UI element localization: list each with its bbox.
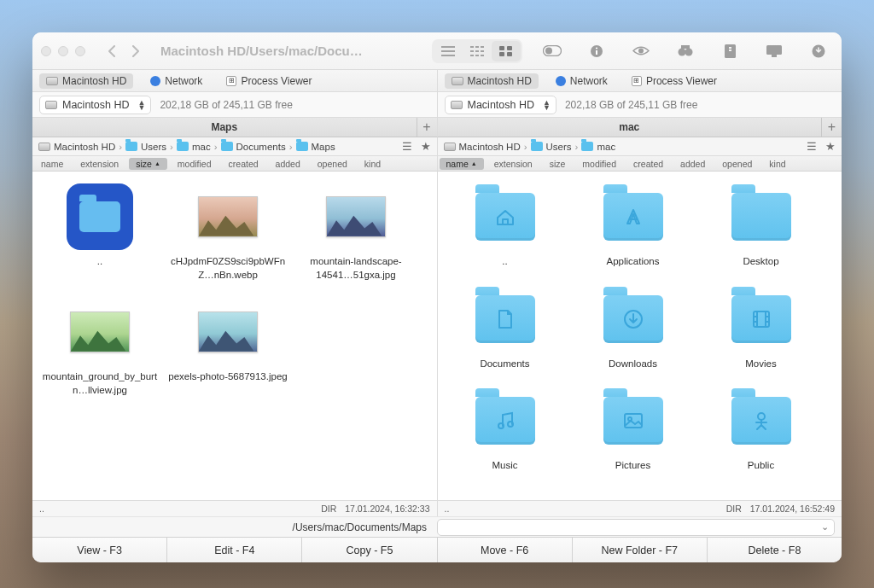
image-thumbnail	[195, 299, 261, 365]
sort-header-created[interactable]: created	[220, 159, 267, 169]
file-item[interactable]: Desktop	[697, 183, 825, 269]
location-network[interactable]: Network	[549, 73, 615, 89]
volume-picker[interactable]: Macintosh HD ▲▼	[39, 96, 151, 114]
breadcrumb-row: Macintosh HD›Users›mac›Documents›Maps ☰ …	[32, 137, 842, 156]
file-item[interactable]: Applications	[569, 183, 697, 269]
image-thumbnail	[323, 183, 389, 250]
pane-tab[interactable]: Maps	[32, 118, 417, 137]
file-item[interactable]: Downloads	[569, 286, 697, 371]
file-item[interactable]: ..	[441, 183, 569, 269]
view-columns-icon[interactable]	[463, 41, 492, 61]
breadcrumb-segment[interactable]: mac	[174, 142, 213, 152]
breadcrumb-segment[interactable]: Documents	[218, 142, 288, 152]
sort-header-size[interactable]: size	[129, 158, 167, 170]
sort-header-added[interactable]: added	[672, 159, 714, 169]
minimize-window-button[interactable]	[58, 46, 68, 56]
toolbar-button[interactable]: Copy - F5	[302, 538, 437, 562]
file-item[interactable]: Public	[697, 387, 825, 473]
file-item[interactable]: Pictures	[569, 387, 697, 473]
location-process-viewer[interactable]: ⊞Process Viewer	[625, 73, 724, 89]
sort-header-extension[interactable]: extension	[72, 159, 127, 169]
disk-icon	[451, 101, 463, 109]
volume-name: Macintosh HD	[468, 99, 535, 111]
favorite-icon[interactable]: ★	[418, 140, 434, 154]
pane-tab[interactable]: mac	[438, 118, 822, 137]
toolbar-button[interactable]: Move - F6	[438, 538, 573, 562]
add-tab-button[interactable]: +	[417, 118, 437, 137]
folder-icon	[221, 142, 233, 151]
sort-header-modified[interactable]: modified	[574, 159, 625, 169]
file-label: Documents	[480, 358, 529, 371]
sort-header-kind[interactable]: kind	[760, 159, 794, 169]
svg-rect-21	[754, 311, 769, 327]
right-status: .. DIR17.01.2024, 16:52:49	[437, 501, 842, 516]
list-toggle-icon[interactable]: ☰	[399, 140, 415, 154]
file-item[interactable]: Documents	[441, 286, 569, 371]
favorite-icon[interactable]: ★	[823, 140, 838, 154]
view-icons-icon[interactable]	[492, 41, 521, 61]
window-title: Macintosh HD/Users/mac/Docu…	[160, 44, 363, 58]
breadcrumb-segment[interactable]: Macintosh HD	[441, 142, 523, 152]
file-item[interactable]: Movies	[697, 286, 825, 371]
location-tabs-row: Macintosh HD Network ⊞Process Viewer Mac…	[32, 70, 842, 92]
sort-header-extension[interactable]: extension	[486, 159, 541, 169]
desktop-icon[interactable]	[760, 41, 789, 61]
quicklook-icon[interactable]	[626, 41, 656, 61]
parent-folder-icon	[67, 183, 133, 250]
file-item[interactable]: mountain_ground_by_burtn…llview.jpg	[36, 299, 164, 397]
file-item[interactable]: mountain-landscape-14541…51gxa.jpg	[292, 183, 420, 282]
svg-point-29	[508, 422, 513, 427]
file-item[interactable]: cHJpdmF0ZS9sci9pbWFnZ…nBn.webp	[164, 183, 292, 282]
sort-header-kind[interactable]: kind	[356, 159, 389, 169]
breadcrumb-label: mac	[597, 142, 615, 152]
stepper-icon: ▲▼	[138, 100, 146, 110]
breadcrumb-segment[interactable]: Maps	[294, 142, 338, 152]
archive-icon[interactable]	[715, 41, 744, 61]
toolbar-button[interactable]: View - F3	[32, 538, 167, 562]
location-hd[interactable]: Macintosh HD	[39, 73, 133, 89]
location-hd[interactable]: Macintosh HD	[445, 73, 539, 89]
list-toggle-icon[interactable]: ☰	[804, 140, 819, 154]
toolbar-button[interactable]: Edit - F4	[167, 538, 302, 562]
svg-point-10	[679, 49, 686, 56]
app-window: Macintosh HD/Users/mac/Docu… Macintosh H…	[32, 32, 842, 562]
sort-header-name[interactable]: name	[440, 158, 484, 170]
toggle-icon[interactable]	[538, 41, 567, 61]
close-window-button[interactable]	[41, 46, 51, 56]
binoculars-icon[interactable]	[671, 41, 700, 61]
download-icon[interactable]	[804, 41, 833, 61]
file-item[interactable]: Music	[441, 387, 569, 473]
view-list-icon[interactable]	[434, 41, 463, 61]
left-pane[interactable]: ..cHJpdmF0ZS9sci9pbWFnZ…nBn.webpmountain…	[32, 172, 437, 500]
sort-header-opened[interactable]: opened	[309, 159, 356, 169]
file-item[interactable]: ..	[36, 183, 164, 282]
breadcrumb-segment[interactable]: mac	[579, 142, 618, 152]
svg-rect-1	[507, 46, 512, 50]
nav-back-button[interactable]	[101, 40, 123, 62]
volume-picker[interactable]: Macintosh HD ▲▼	[445, 96, 556, 114]
sort-header-created[interactable]: created	[625, 159, 672, 169]
panes-row: ..cHJpdmF0ZS9sci9pbWFnZ…nBn.webpmountain…	[32, 172, 842, 500]
sort-header-modified[interactable]: modified	[169, 159, 220, 169]
toolbar-button[interactable]: Delete - F8	[708, 538, 842, 562]
file-label: Desktop	[743, 255, 778, 269]
path-dropdown[interactable]: ⌄	[437, 519, 835, 536]
sort-header-opened[interactable]: opened	[714, 159, 760, 169]
breadcrumb-segment[interactable]: Users	[528, 142, 574, 152]
sort-header-size[interactable]: size	[541, 159, 574, 169]
volume-name: Macintosh HD	[62, 99, 130, 111]
nav-forward-button[interactable]	[125, 40, 147, 62]
zoom-window-button[interactable]	[75, 46, 85, 56]
add-tab-button[interactable]: +	[821, 118, 842, 137]
right-pane[interactable]: ..ApplicationsDesktopDocumentsDownloadsM…	[437, 172, 842, 500]
location-process-viewer[interactable]: ⊞Process Viewer	[219, 73, 318, 89]
breadcrumb-segment[interactable]: Macintosh HD	[36, 142, 118, 152]
sort-header-added[interactable]: added	[267, 159, 309, 169]
breadcrumb-segment[interactable]: Users	[123, 142, 169, 152]
info-icon[interactable]	[582, 41, 611, 61]
svg-point-11	[685, 49, 693, 56]
file-item[interactable]: pexels-photo-5687913.jpeg	[164, 299, 292, 397]
location-network[interactable]: Network	[143, 73, 209, 89]
sort-header-name[interactable]: name	[32, 159, 72, 169]
toolbar-button[interactable]: New Folder - F7	[573, 538, 708, 562]
